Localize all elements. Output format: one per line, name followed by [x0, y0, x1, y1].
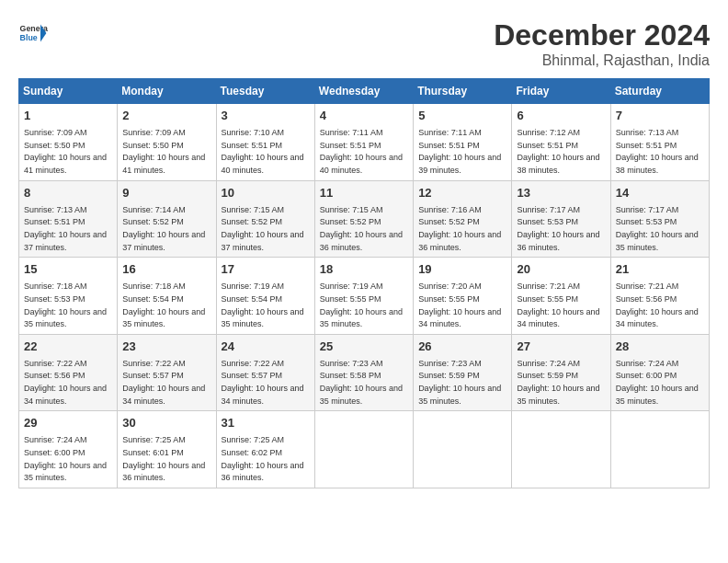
day-cell-15: 15 Sunrise: 7:18 AMSunset: 5:53 PMDaylig… [19, 258, 118, 335]
day-cell-31: 31 Sunrise: 7:25 AMSunset: 6:02 PMDaylig… [216, 411, 314, 488]
day-info: Sunrise: 7:11 AMSunset: 5:51 PMDaylight:… [320, 128, 403, 175]
day-info: Sunrise: 7:19 AMSunset: 5:55 PMDaylight:… [320, 282, 403, 328]
day-number: 14 [616, 185, 704, 201]
day-number: 6 [517, 108, 605, 124]
day-info: Sunrise: 7:15 AMSunset: 5:52 PMDaylight:… [222, 205, 304, 252]
day-cell-11: 11 Sunrise: 7:15 AMSunset: 5:52 PMDaylig… [314, 180, 413, 258]
day-number: 2 [122, 108, 210, 124]
week-row-3: 15 Sunrise: 7:18 AMSunset: 5:53 PMDaylig… [19, 258, 710, 335]
day-number: 3 [222, 108, 310, 124]
day-number: 21 [616, 261, 704, 278]
day-number: 12 [418, 185, 506, 201]
day-cell-1: 1 Sunrise: 7:09 AMSunset: 5:50 PMDayligh… [19, 104, 118, 181]
day-cell-29: 29 Sunrise: 7:24 AMSunset: 6:00 PMDaylig… [19, 411, 118, 488]
day-cell-2: 2 Sunrise: 7:09 AMSunset: 5:50 PMDayligh… [118, 104, 216, 181]
month-title: December 2024 [494, 18, 710, 52]
day-number: 1 [24, 108, 112, 124]
day-info: Sunrise: 7:22 AMSunset: 5:57 PMDaylight:… [222, 359, 304, 406]
day-number: 7 [616, 108, 704, 124]
day-number: 31 [222, 415, 310, 431]
location-title: Bhinmal, Rajasthan, India [494, 52, 710, 69]
empty-cell [414, 411, 512, 488]
day-cell-21: 21 Sunrise: 7:21 AMSunset: 5:56 PMDaylig… [610, 258, 709, 335]
day-info: Sunrise: 7:12 AMSunset: 5:51 PMDaylight:… [517, 128, 599, 175]
day-cell-4: 4 Sunrise: 7:11 AMSunset: 5:51 PMDayligh… [314, 104, 413, 181]
title-area: December 2024 Bhinmal, Rajasthan, India [494, 18, 710, 69]
day-info: Sunrise: 7:14 AMSunset: 5:52 PMDaylight:… [122, 205, 205, 252]
day-info: Sunrise: 7:22 AMSunset: 5:56 PMDaylight:… [24, 359, 107, 406]
day-number: 16 [122, 261, 210, 278]
day-number: 29 [24, 415, 112, 431]
day-number: 15 [24, 261, 112, 278]
day-info: Sunrise: 7:09 AMSunset: 5:50 PMDaylight:… [24, 128, 107, 175]
day-number: 5 [418, 108, 506, 124]
day-number: 17 [222, 261, 310, 278]
calendar-table: Sunday Monday Tuesday Wednesday Thursday… [18, 78, 710, 488]
day-info: Sunrise: 7:15 AMSunset: 5:52 PMDaylight:… [320, 205, 403, 252]
col-saturday: Saturday [610, 79, 709, 104]
day-number: 18 [320, 261, 408, 278]
week-row-5: 29 Sunrise: 7:24 AMSunset: 6:00 PMDaylig… [19, 411, 710, 488]
day-number: 24 [222, 339, 310, 355]
day-info: Sunrise: 7:11 AMSunset: 5:51 PMDaylight:… [418, 128, 501, 175]
day-cell-3: 3 Sunrise: 7:10 AMSunset: 5:51 PMDayligh… [216, 104, 314, 181]
day-cell-27: 27 Sunrise: 7:24 AMSunset: 5:59 PMDaylig… [512, 334, 610, 411]
header: General Blue December 2024 Bhinmal, Raja… [18, 18, 710, 69]
day-cell-18: 18 Sunrise: 7:19 AMSunset: 5:55 PMDaylig… [314, 258, 413, 335]
empty-cell [512, 411, 610, 488]
day-number: 27 [517, 339, 605, 355]
day-cell-20: 20 Sunrise: 7:21 AMSunset: 5:55 PMDaylig… [512, 258, 610, 335]
day-info: Sunrise: 7:24 AMSunset: 6:00 PMDaylight:… [616, 359, 699, 406]
day-info: Sunrise: 7:09 AMSunset: 5:50 PMDaylight:… [122, 128, 205, 175]
day-number: 30 [122, 415, 210, 431]
day-number: 26 [418, 339, 506, 355]
weekday-header-row: Sunday Monday Tuesday Wednesday Thursday… [19, 79, 710, 104]
day-info: Sunrise: 7:18 AMSunset: 5:53 PMDaylight:… [24, 282, 107, 328]
day-info: Sunrise: 7:21 AMSunset: 5:56 PMDaylight:… [616, 282, 699, 328]
day-cell-12: 12 Sunrise: 7:16 AMSunset: 5:52 PMDaylig… [414, 180, 512, 258]
day-info: Sunrise: 7:23 AMSunset: 5:58 PMDaylight:… [320, 359, 403, 406]
col-tuesday: Tuesday [216, 79, 314, 104]
day-number: 4 [320, 108, 408, 124]
day-number: 22 [24, 339, 112, 355]
day-info: Sunrise: 7:19 AMSunset: 5:54 PMDaylight:… [222, 282, 304, 328]
day-info: Sunrise: 7:18 AMSunset: 5:54 PMDaylight:… [122, 282, 205, 328]
day-info: Sunrise: 7:20 AMSunset: 5:55 PMDaylight:… [418, 282, 501, 328]
week-row-2: 8 Sunrise: 7:13 AMSunset: 5:51 PMDayligh… [19, 180, 710, 258]
day-number: 23 [122, 339, 210, 355]
day-cell-10: 10 Sunrise: 7:15 AMSunset: 5:52 PMDaylig… [216, 180, 314, 258]
day-info: Sunrise: 7:17 AMSunset: 5:53 PMDaylight:… [616, 205, 699, 252]
day-cell-5: 5 Sunrise: 7:11 AMSunset: 5:51 PMDayligh… [414, 104, 512, 181]
day-cell-26: 26 Sunrise: 7:23 AMSunset: 5:59 PMDaylig… [414, 334, 512, 411]
empty-cell [314, 411, 413, 488]
col-wednesday: Wednesday [314, 79, 413, 104]
day-info: Sunrise: 7:22 AMSunset: 5:57 PMDaylight:… [122, 359, 205, 406]
day-cell-17: 17 Sunrise: 7:19 AMSunset: 5:54 PMDaylig… [216, 258, 314, 335]
day-info: Sunrise: 7:23 AMSunset: 5:59 PMDaylight:… [418, 359, 501, 406]
day-info: Sunrise: 7:13 AMSunset: 5:51 PMDaylight:… [616, 128, 699, 175]
day-cell-13: 13 Sunrise: 7:17 AMSunset: 5:53 PMDaylig… [512, 180, 610, 258]
day-number: 10 [222, 185, 310, 201]
day-number: 20 [517, 261, 605, 278]
empty-cell [610, 411, 709, 488]
day-cell-22: 22 Sunrise: 7:22 AMSunset: 5:56 PMDaylig… [19, 334, 118, 411]
svg-text:Blue: Blue [20, 33, 38, 42]
day-cell-8: 8 Sunrise: 7:13 AMSunset: 5:51 PMDayligh… [19, 180, 118, 258]
day-cell-28: 28 Sunrise: 7:24 AMSunset: 6:00 PMDaylig… [610, 334, 709, 411]
col-monday: Monday [118, 79, 216, 104]
day-cell-24: 24 Sunrise: 7:22 AMSunset: 5:57 PMDaylig… [216, 334, 314, 411]
day-cell-14: 14 Sunrise: 7:17 AMSunset: 5:53 PMDaylig… [610, 180, 709, 258]
day-number: 11 [320, 185, 408, 201]
day-info: Sunrise: 7:24 AMSunset: 6:00 PMDaylight:… [24, 435, 107, 482]
day-info: Sunrise: 7:16 AMSunset: 5:52 PMDaylight:… [418, 205, 501, 252]
logo: General Blue [18, 18, 48, 48]
day-number: 8 [24, 185, 112, 201]
day-info: Sunrise: 7:13 AMSunset: 5:51 PMDaylight:… [24, 205, 107, 252]
day-info: Sunrise: 7:25 AMSunset: 6:02 PMDaylight:… [222, 435, 304, 482]
logo-icon: General Blue [18, 18, 48, 48]
col-sunday: Sunday [19, 79, 118, 104]
day-number: 28 [616, 339, 704, 355]
day-cell-9: 9 Sunrise: 7:14 AMSunset: 5:52 PMDayligh… [118, 180, 216, 258]
day-info: Sunrise: 7:17 AMSunset: 5:53 PMDaylight:… [517, 205, 599, 252]
day-info: Sunrise: 7:10 AMSunset: 5:51 PMDaylight:… [222, 128, 304, 175]
